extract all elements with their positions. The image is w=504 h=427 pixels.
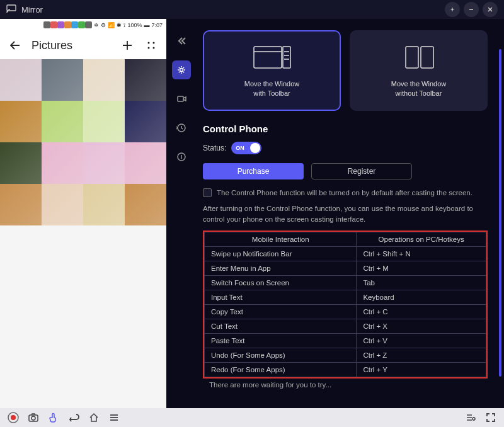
svg-rect-9 [178, 96, 183, 101]
grid-icon[interactable] [144, 38, 159, 53]
power-icon[interactable] [172, 147, 191, 166]
svg-point-24 [32, 416, 35, 420]
status-toggle[interactable]: ON [231, 142, 261, 154]
fullscreen-button[interactable] [484, 411, 498, 424]
back-icon[interactable] [8, 38, 23, 53]
info-text: After turning on the Control Phone funct… [203, 203, 488, 225]
photo-thumb[interactable] [0, 101, 42, 142]
status-app-icon [57, 21, 64, 28]
table-row: Undo (For Some Apps)Ctrl + Z [205, 348, 486, 362]
td-hotkey: Ctrl + V [357, 333, 486, 348]
titlebar: Mirror [0, 0, 504, 19]
minimize-button[interactable] [464, 2, 479, 17]
record-icon[interactable] [172, 89, 191, 108]
td-hotkey: Ctrl + M [357, 261, 486, 275]
sidebar [166, 19, 197, 408]
menu-button[interactable] [107, 411, 121, 424]
td-action: Undo (For Some Apps) [205, 348, 357, 362]
table-row: Enter Menu in AppCtrl + M [205, 261, 486, 275]
photo-thumb[interactable] [125, 184, 166, 225]
screenshot-button[interactable] [26, 411, 40, 424]
battery-text: 100% [127, 22, 142, 28]
table-row: Copy TextCtrl + C [205, 304, 486, 319]
status-app-icon [64, 21, 71, 28]
card-without-toolbar[interactable]: Move the Window without Toolbar [350, 30, 488, 111]
table-row: Paste TextCtrl + V [205, 333, 486, 348]
td-action: Input Text [205, 290, 357, 304]
photo-thumb[interactable] [83, 59, 125, 101]
photo-thumb[interactable] [125, 101, 166, 142]
checkbox-label: The Control Phone function will be turne… [217, 189, 472, 196]
photo-thumb[interactable] [42, 142, 83, 184]
svg-rect-15 [283, 47, 290, 68]
photo-thumb[interactable] [0, 142, 42, 184]
status-app-icon [43, 21, 50, 28]
card-with-toolbar[interactable]: Move the Window with Toolbar [203, 30, 341, 111]
svg-point-7 [153, 47, 155, 49]
td-hotkey: Ctrl + C [357, 304, 486, 319]
photo-thumb[interactable] [83, 142, 125, 184]
td-action: Swipe up Notification Bar [205, 246, 357, 261]
settings-icon[interactable] [172, 60, 191, 79]
photo-thumb[interactable] [0, 184, 42, 225]
td-hotkey: Ctrl + Y [357, 362, 486, 377]
th-action: Mobile Interaction [205, 232, 357, 246]
list-button[interactable] [464, 411, 478, 424]
svg-rect-20 [421, 47, 433, 68]
photo-thumb[interactable] [42, 184, 83, 225]
section-title: Control Phone [203, 123, 488, 134]
td-action: Enter Menu in App [205, 261, 357, 275]
photo-thumb[interactable] [42, 59, 83, 101]
phone-title: Pictures [32, 39, 111, 52]
td-action: Switch Focus on Screen [205, 275, 357, 290]
status-app-icon [78, 21, 85, 28]
photo-thumb[interactable] [0, 59, 42, 101]
register-button[interactable]: Register [311, 163, 412, 179]
photo-gallery[interactable] [0, 59, 166, 408]
svg-point-31 [472, 418, 475, 420]
record-button[interactable] [6, 411, 20, 424]
phone-header: Pictures [0, 31, 166, 59]
photo-thumb[interactable] [42, 101, 83, 142]
td-action: Cut Text [205, 319, 357, 333]
status-app-icon [50, 21, 57, 28]
svg-point-22 [11, 415, 16, 420]
svg-point-8 [180, 69, 183, 72]
td-action: Copy Text [205, 304, 357, 319]
touch-button[interactable] [47, 411, 60, 424]
photo-thumb[interactable] [125, 142, 166, 184]
undo-button[interactable] [67, 411, 81, 424]
td-hotkey: Ctrl + Shift + N [357, 246, 486, 261]
svg-point-4 [148, 42, 150, 44]
table-row: Switch Focus on ScreenTab [205, 275, 486, 290]
phone-statusbar: ❄⚙📶✱⟟ 100% ▬ 7:07 [0, 19, 166, 31]
table-row: Input TextKeyboard [205, 290, 486, 304]
svg-point-5 [153, 42, 155, 44]
close-button[interactable] [483, 2, 498, 17]
cast-icon [6, 4, 16, 14]
card-label: Move the Window with Toolbar [244, 79, 299, 99]
td-action: Redo (For Some Apps) [205, 362, 357, 377]
card-label: Move the Window without Toolbar [391, 79, 446, 99]
th-hotkey: Operations on PC/Hotkeys [357, 232, 486, 246]
status-label: Status: [203, 144, 226, 152]
history-icon[interactable] [172, 118, 191, 137]
window-toolbar-icon [250, 43, 294, 72]
default-on-checkbox[interactable] [203, 188, 212, 197]
add-icon[interactable] [120, 38, 135, 53]
photo-thumb[interactable] [83, 101, 125, 142]
table-row: Swipe up Notification BarCtrl + Shift + … [205, 246, 486, 261]
photo-thumb[interactable] [125, 59, 166, 101]
purchase-button[interactable]: Purchase [203, 163, 304, 179]
status-app-icon [71, 21, 78, 28]
hotkey-table: Mobile Interaction Operations on PC/Hotk… [203, 231, 488, 379]
svg-rect-13 [254, 47, 282, 68]
app-title: Mirror [21, 5, 43, 14]
collapse-icon[interactable] [172, 31, 191, 50]
home-button[interactable] [87, 411, 101, 424]
time-text: 7:07 [151, 22, 163, 28]
svg-rect-19 [406, 47, 418, 68]
pin-button[interactable] [445, 2, 460, 17]
svg-point-6 [148, 47, 150, 49]
photo-thumb[interactable] [83, 184, 125, 225]
